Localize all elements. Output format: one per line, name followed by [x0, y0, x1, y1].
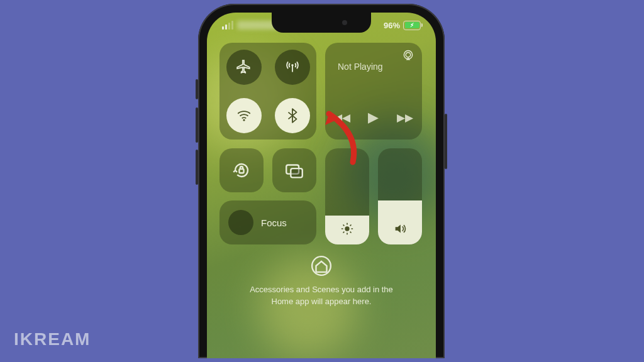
- focus-label: Focus: [261, 217, 287, 228]
- cellular-antenna-icon: [284, 59, 301, 75]
- notch: [272, 13, 371, 33]
- brightness-slider[interactable]: [325, 148, 369, 244]
- watermark: IKREAM: [14, 329, 91, 349]
- play-button[interactable]: ▶: [368, 109, 379, 126]
- phone-frame: 96% ⚡︎: [198, 4, 445, 358]
- mute-switch[interactable]: [196, 79, 198, 99]
- wifi-icon: [236, 107, 252, 124]
- cellular-data-toggle[interactable]: [275, 50, 310, 85]
- bluetooth-icon: [284, 107, 301, 124]
- airplay-icon[interactable]: [402, 49, 414, 64]
- home-section: Accessories and Scenes you add in the Ho…: [219, 255, 423, 308]
- orientation-lock-toggle[interactable]: [219, 148, 264, 192]
- previous-track-button[interactable]: ◀◀: [334, 111, 350, 124]
- home-icon: [311, 255, 332, 277]
- volume-up-button[interactable]: [196, 107, 198, 143]
- svg-point-3: [406, 52, 411, 57]
- connectivity-tile[interactable]: [219, 43, 316, 140]
- battery-icon: ⚡︎: [403, 21, 421, 30]
- screen: 96% ⚡︎: [207, 13, 436, 358]
- screen-mirroring-icon: [284, 160, 305, 181]
- power-button[interactable]: [445, 114, 447, 169]
- focus-button[interactable]: Focus: [219, 200, 316, 244]
- charging-bolt-icon: ⚡︎: [410, 23, 414, 28]
- orientation-lock-icon: [231, 160, 252, 181]
- volume-down-button[interactable]: [196, 150, 198, 185]
- svg-point-7: [345, 226, 349, 231]
- speaker-icon: [378, 222, 422, 236]
- media-tile[interactable]: Not Playing ◀◀ ▶ ▶▶: [325, 43, 422, 140]
- home-message-line2: Home app will appear here.: [272, 297, 372, 306]
- airplane-mode-toggle[interactable]: [226, 50, 262, 85]
- svg-rect-6: [291, 168, 302, 177]
- svg-rect-4: [239, 169, 243, 173]
- next-track-button[interactable]: ▶▶: [397, 111, 413, 124]
- home-message-line1: Accessories and Scenes you add in the: [250, 285, 393, 294]
- screen-mirroring-button[interactable]: [272, 148, 316, 192]
- svg-point-1: [243, 119, 245, 121]
- cellular-signal-icon: [222, 21, 233, 30]
- airplane-icon: [236, 59, 252, 75]
- bluetooth-toggle[interactable]: [275, 98, 310, 133]
- moon-icon: [228, 210, 253, 235]
- control-center: Not Playing ◀◀ ▶ ▶▶: [219, 43, 423, 358]
- battery-percentage: 96%: [384, 21, 400, 30]
- brightness-icon: [325, 222, 369, 236]
- volume-slider[interactable]: [378, 148, 422, 244]
- wifi-toggle[interactable]: [226, 98, 262, 133]
